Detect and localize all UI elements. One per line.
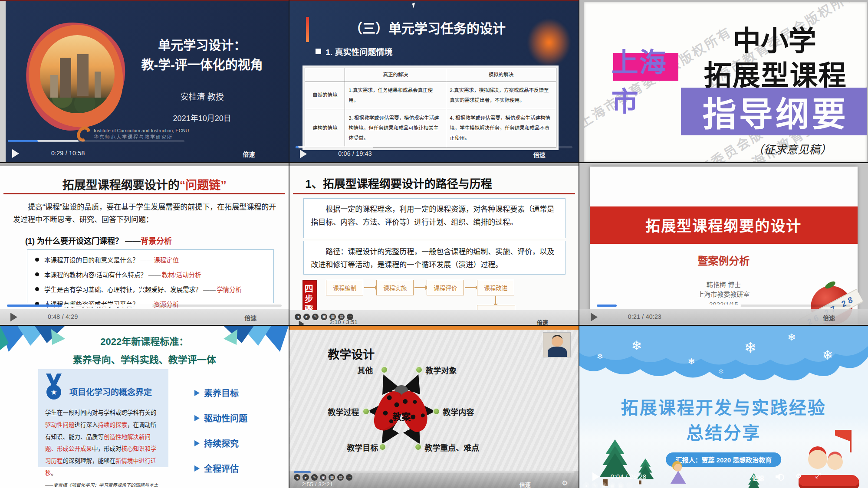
table-cell: 4. 根据教学或评估需要，模仿现实生活建构情境，学生模拟解决任务，任务结果和成品… xyxy=(446,109,556,147)
settings-gear-icon[interactable]: ⚙ xyxy=(796,472,802,480)
pencil-icon[interactable]: ✎ xyxy=(312,314,319,320)
snowflake-icon: ❄ xyxy=(822,347,833,363)
citation: ——夏雪梅《项目化学习：学习素养视角下的国际与本土实践》 xyxy=(45,481,161,488)
video-player-outline-design-case[interactable]: 拓展型课程纲要的设计 暨案例分析 韩艳梅 博士 上海市教委教研室 2022/1/… xyxy=(579,163,868,325)
row-header: 自然的情境 xyxy=(305,82,345,109)
video-player-unit-learning-design[interactable]: 单元学习设计： 教-学-评一体化的视角 安桂清 教授 2021年10月20日 I… xyxy=(0,0,289,162)
slide-title: 拓展课程开发与实践经验 总结分享 xyxy=(579,395,868,445)
pencil-icon[interactable]: ✎ xyxy=(311,474,318,481)
tool-icon-row: ◄✎▣▦▤⋯ xyxy=(583,481,635,488)
scanned-page: 上海市教育委员会版权所有 上海市教育委员会版权所有 上海市教育委员会版权所有 上… xyxy=(584,2,867,162)
flow-step-1: 课程编制 xyxy=(326,280,363,295)
flow-arrow xyxy=(465,287,476,288)
center-label: 教案 xyxy=(379,409,424,422)
time-display: 2:55 / 32:21 xyxy=(302,481,333,488)
table-header-real: 真正的解决 xyxy=(345,68,446,82)
definition-box: 根据一定的课程理念，利用一定的课程资源，对各种课程要素（通常是指目标、内容、方法… xyxy=(303,198,565,238)
note-icon[interactable]: ▤ xyxy=(618,482,624,488)
keyword-item: 驱动性问题 xyxy=(194,412,247,424)
player-controls: 0:04 / 26:28 ◄✎▣▦▤⋯ 倍速 ⚙ ⤢ xyxy=(579,468,868,488)
section-bullet: 1. 真实性问题情境 xyxy=(316,46,392,57)
playback-speed-button[interactable]: 倍速 xyxy=(244,313,256,322)
snowflake-icon: ❄ xyxy=(688,356,695,367)
window-edge xyxy=(0,1,6,162)
play-icon[interactable]: ► xyxy=(302,474,309,481)
document-scan-guideline-cover[interactable]: 上海市教育委员会版权所有 上海市教育委员会版权所有 上海市教育委员会版权所有 上… xyxy=(579,0,868,162)
video-player-teaching-design[interactable]: 教学设计 教案 其他 教学对象 教学过程 教学内容 教学 xyxy=(289,326,578,488)
progress-bar[interactable] xyxy=(8,140,184,142)
slide-project-based-learning[interactable]: 2022年新课程标准： 素养导向、学科实践、教学评一体 ★ 项目化学习的概念界定… xyxy=(0,326,289,488)
snowflake-icon: ❄ xyxy=(631,338,642,353)
video-player-design-path[interactable]: 1、拓展型课程纲要设计的路径与历程 根据一定的课程理念，利用一定的课程资源，对各… xyxy=(289,163,578,325)
slide-title: 2022年新课程标准： 素养导向、学科实践、教学评一体 xyxy=(0,333,289,369)
cover-line3: 指导纲要 xyxy=(703,87,848,136)
playback-speed-button[interactable]: 倍速 xyxy=(519,480,531,488)
title-divider xyxy=(293,193,575,194)
player-controls: 0:06 / 19:43 倍速 xyxy=(289,146,578,162)
label-key-points: 教学重点、难点 xyxy=(424,442,479,453)
question-list-box: 本课程开设的目的和意义是什么？ ——课程定位 本课程的教材内容/活动有什么特点？… xyxy=(27,249,274,304)
volume-icon[interactable] xyxy=(776,473,785,480)
play-icon[interactable]: ► xyxy=(303,314,310,320)
banner-title: 拓展型课程纲要的设计 xyxy=(645,214,802,236)
camera-icon[interactable]: ▦ xyxy=(609,482,615,488)
time-display: 0:04 / 26:28 xyxy=(611,473,647,480)
medal-icon: ★ xyxy=(44,373,63,402)
title-red: “问题链” xyxy=(180,179,227,192)
shanghai-label-block: 上海市 xyxy=(613,53,678,81)
title-line1: 拓展课程开发与实践经验 xyxy=(621,398,826,417)
flow-step-2: 课程实施 xyxy=(376,280,414,295)
video-player-unit-task-design[interactable]: （三）单元学习任务的设计 1. 真实性问题情境 真正的解决 模拟的解决 自然的情… xyxy=(289,0,578,162)
play-button[interactable] xyxy=(591,313,598,321)
campus-photo xyxy=(40,35,115,113)
more-icon[interactable]: ⋯ xyxy=(626,482,633,488)
playback-speed-button[interactable]: 倍速 xyxy=(823,313,835,322)
authenticity-table: 真正的解决 模拟的解决 自然的情境 1.真实需求，任务结果和成品会真正使用。 2… xyxy=(302,66,558,150)
time-display: 0:21 / 40:23 xyxy=(628,313,662,320)
playback-speed-button[interactable]: 倍速 xyxy=(533,150,546,159)
title-divider xyxy=(3,193,285,194)
video-player-experience-sharing[interactable]: ❄ ❄ ❄ ❄ ❄ ❄ ❄ 拓展课程开发与实践经验 总结分享 汇报人：贾蕊 20… xyxy=(579,326,868,488)
progress-played xyxy=(7,305,62,307)
presentation-date: 2021年10月20日 xyxy=(122,112,283,123)
flow-arrow-down xyxy=(495,296,496,304)
panel-title: 项目化学习的概念界定 xyxy=(69,386,161,397)
scan-icon[interactable]: ▣ xyxy=(320,474,326,481)
slide-title: 1、拓展型课程纲要设计的路径与历程 xyxy=(305,175,492,191)
previous-icon[interactable]: ◄ xyxy=(583,482,589,488)
play-button[interactable] xyxy=(592,472,599,481)
slide-title: （三）单元学习任务的设计 xyxy=(316,18,539,37)
progress-bar[interactable] xyxy=(7,305,282,307)
scan-icon[interactable]: ▣ xyxy=(321,314,327,320)
playback-speed-button[interactable]: 倍速 xyxy=(537,318,548,325)
play-button[interactable] xyxy=(10,313,17,321)
player-controls: 0:29 / 10:58 倍速 xyxy=(0,145,289,162)
player-controls: 0:21 / 40:23 倍速 xyxy=(579,309,868,325)
playback-speed-button[interactable]: 倍速 xyxy=(243,150,255,158)
more-icon[interactable]: ⋯ xyxy=(346,474,352,481)
camera-icon[interactable]: ▦ xyxy=(329,474,335,481)
title-line2: 教-学-评一体化的视角 xyxy=(141,58,263,72)
list-item: 本课程有哪些资源或者学习平台？ ——资源分析 xyxy=(35,299,266,308)
scan-icon[interactable]: ▣ xyxy=(600,482,607,488)
play-button[interactable] xyxy=(299,321,305,325)
flow-arrow xyxy=(364,287,375,288)
pencil-icon[interactable]: ✎ xyxy=(592,482,598,488)
player-controls: ◄►✎▣▦▤⋯ 2:55 / 32:21 倍速 ⚙ xyxy=(289,471,578,488)
settings-gear-icon[interactable]: ⚙ xyxy=(562,479,568,487)
play-button[interactable] xyxy=(300,150,307,158)
note-icon[interactable]: ▤ xyxy=(337,474,344,481)
previous-icon[interactable]: ◄ xyxy=(294,474,300,481)
shanghai-label: 上海市 xyxy=(612,41,678,119)
progress-bar[interactable] xyxy=(597,305,851,307)
question-answer: 背景分析 xyxy=(141,237,172,246)
flow-arrow xyxy=(414,287,426,288)
previous-icon[interactable]: ◄ xyxy=(295,314,301,320)
video-player-question-chain[interactable]: 拓展型课程纲要设计的“问题链” 提高“课程”建设的品质，要在基于学生发展需要的前… xyxy=(0,163,289,325)
fullscreen-icon[interactable]: ⤢ xyxy=(815,472,821,480)
playback-speed-button[interactable]: 倍速 xyxy=(752,473,764,482)
path-box: 路径：课程设计的完整历程，一般包含课程的编制、实施、评价，以及改进和修订等活动，… xyxy=(303,241,565,275)
ladybug-illustration: 教案 xyxy=(379,385,424,437)
play-button[interactable] xyxy=(12,149,19,158)
title-black: 拓展型课程纲要设计的 xyxy=(62,179,180,192)
